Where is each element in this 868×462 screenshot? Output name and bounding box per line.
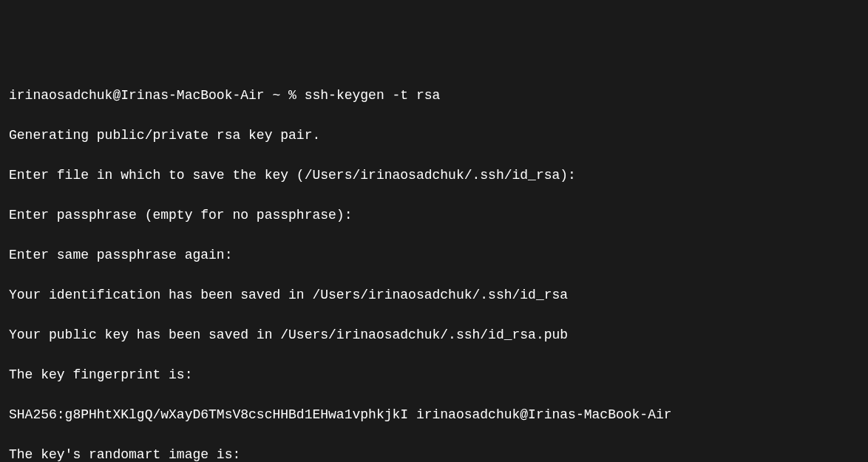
shell-prompt: irinaosadchuk@Irinas-MacBook-Air ~ % [9, 88, 305, 103]
terminal-output-line: Enter same passphrase again: [9, 245, 859, 265]
terminal-output-line: Enter file in which to save the key (/Us… [9, 166, 859, 186]
terminal-line-command: irinaosadchuk@Irinas-MacBook-Air ~ % ssh… [9, 86, 859, 106]
terminal-output-line: Enter passphrase (empty for no passphras… [9, 205, 859, 225]
command-text: ssh-keygen -t rsa [305, 88, 441, 103]
terminal-output-line: SHA256:g8PHhtXKlgQ/wXayD6TMsV8cscHHBd1EH… [9, 405, 859, 425]
terminal-output-line: The key fingerprint is: [9, 365, 859, 385]
terminal-output-line: Your public key has been saved in /Users… [9, 325, 859, 345]
terminal-output-line: The key's randomart image is: [9, 445, 859, 462]
terminal-output-line: Your identification has been saved in /U… [9, 285, 859, 305]
terminal-output-line: Generating public/private rsa key pair. [9, 126, 859, 146]
